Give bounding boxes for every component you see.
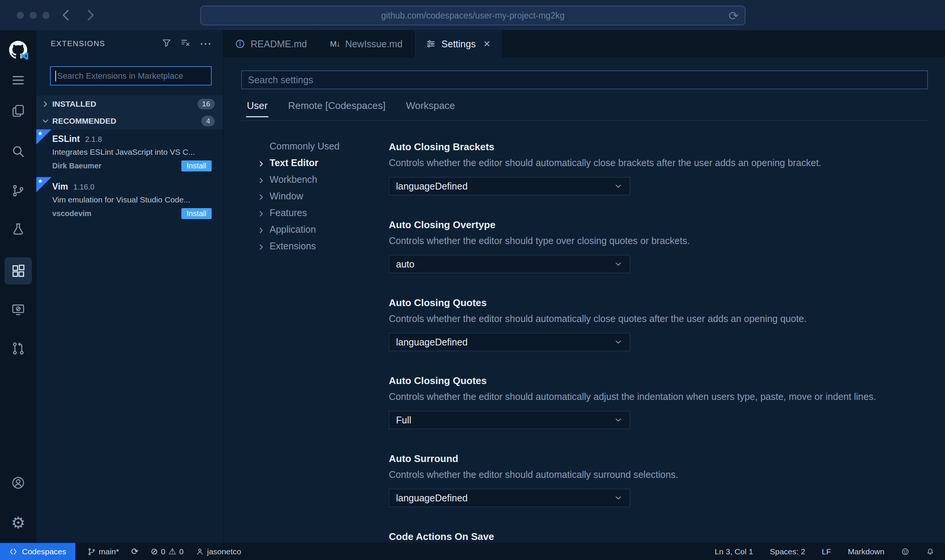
toc-item-text-editor[interactable]: Text Editor: [257, 154, 386, 171]
branch-indicator[interactable]: main*: [87, 547, 119, 556]
address-bar[interactable]: github.com/codespaces/user-my-project-mg…: [200, 6, 745, 25]
extension-item-eslint[interactable]: ★ ESLint 2.1.8 Integrates ESLint JavaScr…: [36, 129, 223, 175]
setting-value-dropdown[interactable]: Full: [389, 411, 630, 429]
cursor-position[interactable]: Ln 3, Col 1: [715, 547, 753, 556]
install-button[interactable]: Install: [181, 208, 212, 219]
extension-item-vim[interactable]: ★ Vim 1.16.0 Vim emulation for Visual St…: [36, 177, 223, 222]
source-control-icon[interactable]: [5, 177, 32, 204]
sidebar-section-recommended[interactable]: RECOMMENDED 4: [36, 112, 223, 129]
toc-item-features[interactable]: Features: [257, 204, 386, 221]
menu-hamburger-icon[interactable]: [5, 67, 32, 94]
extensions-search-box[interactable]: [50, 66, 212, 86]
codespaces-status-button[interactable]: Codespaces: [0, 543, 75, 560]
clear-search-icon[interactable]: [181, 38, 190, 49]
remote-explorer-icon[interactable]: [5, 296, 32, 323]
settings-toc: Commonly Used Text Editor Workbench Wind…: [257, 138, 386, 254]
close-icon[interactable]: ✕: [483, 39, 490, 49]
extension-description: Integrates ESLint JavaScript into VS C..…: [52, 148, 212, 157]
user-indicator[interactable]: jasonetco: [196, 547, 241, 556]
setting-description: Controls whether the editor should autom…: [389, 157, 928, 169]
codespaces-label: Codespaces: [22, 547, 66, 556]
window-controls[interactable]: [17, 12, 50, 19]
test-beaker-icon[interactable]: [5, 216, 32, 243]
toc-label: Commonly Used: [270, 141, 340, 152]
chevron-right-icon: [257, 159, 265, 166]
setting-auto-closing-quotes: Auto Closing Quotes Controls whether the…: [389, 297, 928, 351]
toc-item-window[interactable]: Window: [257, 188, 386, 204]
tab-label: NewIssue.md: [345, 39, 402, 50]
sync-icon: ⟳: [131, 547, 138, 556]
language-label: Markdown: [848, 547, 884, 556]
window-minimize-button[interactable]: [30, 12, 37, 19]
codespaces-window: github.com/codespaces/user-my-project-mg…: [0, 0, 945, 560]
setting-value-dropdown[interactable]: languageDefined: [389, 177, 630, 195]
extensions-icon[interactable]: [5, 257, 32, 285]
tab-newissue[interactable]: M↓ NewIssue.md: [319, 30, 414, 58]
setting-title: Auto Closing Brackets: [389, 141, 928, 153]
notifications-indicator[interactable]: [926, 548, 934, 556]
setting-value-dropdown[interactable]: auto: [389, 255, 630, 273]
toc-item-commonly-used[interactable]: Commonly Used: [257, 138, 386, 154]
chevron-right-icon: [257, 176, 265, 183]
toc-label: Workbench: [270, 174, 317, 185]
account-icon[interactable]: [5, 469, 32, 496]
status-bar: Codespaces main* ⟳ ⊘ 0 ⚠ 0 jasonetco Ln …: [0, 543, 945, 560]
setting-title: Auto Closing Quotes: [389, 297, 928, 309]
scope-tab-user[interactable]: User: [246, 97, 268, 117]
chevron-down-icon: [614, 260, 623, 269]
sync-indicator[interactable]: ⟳: [131, 547, 138, 556]
eol-indicator[interactable]: LF: [822, 547, 831, 556]
tab-settings[interactable]: Settings ✕: [414, 30, 502, 58]
settings-search-box[interactable]: [241, 70, 928, 89]
setting-title: Auto Surround: [389, 453, 928, 465]
browser-forward-button[interactable]: [83, 8, 98, 23]
toc-label: Window: [270, 191, 303, 202]
scope-tabs-divider: [241, 120, 928, 121]
filter-icon[interactable]: [162, 38, 172, 49]
toc-item-extensions[interactable]: Extensions: [257, 238, 386, 254]
sidebar-title: EXTENSIONS: [51, 39, 105, 48]
setting-auto-indent: Auto Closing Quotes Controls whether the…: [389, 375, 928, 429]
toc-label: Extensions: [270, 241, 316, 252]
toc-item-application[interactable]: Application: [257, 221, 386, 238]
setting-code-actions-on-save: Code Actions On Save: [389, 530, 928, 543]
dropdown-value: languageDefined: [396, 493, 468, 504]
person-icon: [196, 548, 204, 556]
pull-requests-icon[interactable]: [5, 335, 32, 362]
language-mode-indicator[interactable]: Markdown: [848, 547, 884, 556]
sidebar-section-installed[interactable]: INSTALLED 16: [36, 95, 223, 112]
search-icon[interactable]: [5, 138, 32, 165]
toc-item-workbench[interactable]: Workbench: [257, 171, 386, 188]
install-button[interactable]: Install: [181, 160, 212, 171]
dropdown-value: languageDefined: [396, 337, 468, 348]
settings-search-input[interactable]: [248, 75, 921, 86]
window-maximize-button[interactable]: [42, 12, 50, 19]
window-close-button[interactable]: [17, 12, 24, 19]
problems-indicator[interactable]: ⊘ 0 ⚠ 0: [151, 547, 184, 556]
scope-tab-remote[interactable]: Remote [Codespaces]: [287, 97, 386, 117]
codespaces-icon: [9, 548, 17, 556]
extensions-sidebar: EXTENSIONS ⋯ INSTALLED 16: [36, 30, 223, 543]
settings-gear-icon[interactable]: ⚙: [5, 509, 32, 536]
username: jasonetco: [207, 547, 241, 556]
cursor-position-label: Ln 3, Col 1: [715, 547, 753, 556]
browser-topbar: github.com/codespaces/user-my-project-mg…: [0, 0, 945, 30]
browser-back-button[interactable]: [59, 8, 74, 23]
scope-tab-workspace[interactable]: Workspace: [405, 97, 456, 117]
chevron-right-icon: [42, 100, 49, 108]
section-label: INSTALLED: [52, 100, 96, 109]
tab-readme[interactable]: README.md: [223, 30, 319, 58]
reload-icon[interactable]: ⟳: [728, 8, 739, 24]
more-actions-icon[interactable]: ⋯: [200, 40, 212, 47]
chevron-down-icon: [614, 415, 623, 425]
explorer-icon[interactable]: [5, 97, 32, 124]
extension-name: Vim: [52, 182, 68, 192]
tab-label: README.md: [251, 39, 307, 50]
setting-value-dropdown[interactable]: languageDefined: [389, 333, 630, 351]
setting-auto-surround: Auto Surround Controls whether the edito…: [389, 453, 928, 507]
indentation-indicator[interactable]: Spaces: 2: [770, 547, 805, 556]
feedback-indicator[interactable]: [901, 548, 909, 556]
setting-value-dropdown[interactable]: languageDefined: [389, 489, 630, 507]
extensions-search-input[interactable]: [57, 71, 206, 81]
settings-scope-tabs: User Remote [Codespaces] Workspace: [246, 97, 456, 117]
